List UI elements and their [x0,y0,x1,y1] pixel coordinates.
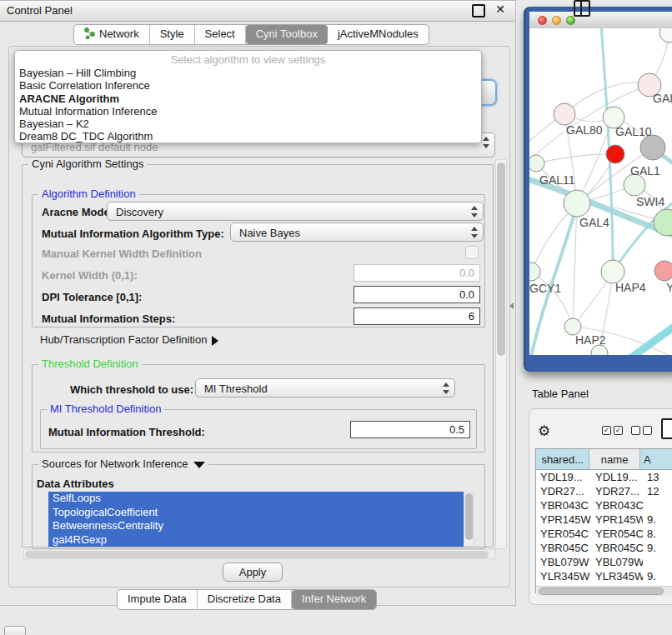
bottom-left-partial-button[interactable] [4,626,26,635]
attribute-item-selected[interactable]: BetweennessCentrality [48,519,464,533]
mi-threshold-label: Mutual Information Threshold: [48,426,205,438]
tab-infer-network[interactable]: Infer Network [292,590,376,609]
float-window-icon[interactable] [472,4,485,18]
attribute-list-scrollbar-thumb[interactable] [465,493,473,540]
stepper-arrows-icon [443,382,450,394]
tab-style-label: Style [160,28,184,40]
select-all-checkbox-icon[interactable]: ✓ [602,426,611,435]
attribute-item-selected[interactable]: gal4RGexp [48,533,464,548]
which-threshold-combobox[interactable]: MI Threshold [195,378,455,398]
tab-select[interactable]: Select [195,25,246,44]
tab-discretize-data-label: Discretize Data [208,592,281,605]
graph-edge[interactable] [536,154,615,163]
table-row[interactable]: YDL19...YDL19...13 [536,470,672,484]
attribute-item-selected[interactable]: TopologicalCoefficient [48,506,464,520]
deselect-all-checkbox-icon[interactable] [643,426,652,435]
tab-jactivemnodules[interactable]: jActiveMNodules [328,25,429,44]
cell-name: YPR145W [591,512,643,527]
hub-definition-expander[interactable]: Hub/Transcription Factor Definition [40,333,218,346]
tab-style[interactable]: Style [150,25,195,44]
graph-node[interactable] [564,318,581,335]
graph-node[interactable] [606,145,624,163]
algorithm-option[interactable]: Mutual Information Inference [15,105,481,118]
network-canvas[interactable]: GAL7GAL80GAL10GAL1GAL11GAL4SWI4GCY1HAP4Y… [529,28,672,355]
table-row[interactable]: YPR145WYPR145W9. [536,512,672,527]
settings-vertical-scrollbar-thumb[interactable] [497,162,505,356]
deselect-all-checkbox-icon[interactable] [631,426,640,435]
table-horizontal-scrollbar-thumb[interactable] [539,588,664,595]
cell-name: YLR345W [591,569,643,583]
which-threshold-value: MI Threshold [204,382,268,395]
graph-node-label: GAL11 [539,173,575,187]
graph-node[interactable] [659,28,672,42]
graph-node[interactable] [654,261,672,281]
graph-node-label: GAL1 [630,164,660,178]
dpi-tolerance-field[interactable]: 0.0 [354,286,480,303]
settings-horizontal-scrollbar-thumb[interactable] [25,551,489,558]
kernel-width-field[interactable]: 0.0 [354,264,480,282]
tab-discretize-data[interactable]: Discretize Data [198,590,292,609]
graph-edge[interactable] [628,322,672,355]
graph-node[interactable] [529,155,544,172]
cell-shared-name: YBR043C [536,498,591,512]
algorithm-option[interactable]: Basic Correlation Inference [15,79,481,92]
tab-network[interactable]: Network [74,25,150,44]
cell-shared-name: YDR27... [536,484,591,498]
panel-splitter-arrow-icon[interactable] [509,302,514,309]
sources-title[interactable]: Sources for Network Inference [38,458,208,470]
algorithm-popup-placeholder: Select algorithm to view settings [15,53,481,67]
table-row[interactable]: YBR043CYBR043C [536,498,672,512]
graph-node[interactable] [601,260,624,283]
mi-steps-field[interactable]: 6 [354,308,480,325]
network-window-titlebar[interactable] [529,12,672,29]
split-columns-icon[interactable] [574,0,590,17]
cell-name: YDR27... [591,484,643,498]
aracne-mode-value: Discovery [116,206,163,218]
column-header-name[interactable]: name [589,449,639,469]
apply-button[interactable]: Apply [223,562,283,582]
data-attributes-list[interactable]: SelfLoops TopologicalCoefficient Between… [48,492,464,547]
column-header-shared-name[interactable]: shared... [536,449,589,469]
cell-value: 9. [643,541,672,555]
zoom-traffic-light-icon[interactable] [566,16,575,25]
graph-node[interactable] [640,135,665,160]
close-icon[interactable]: ✕ [495,2,505,16]
table-row[interactable]: YBL079WYBL079W [536,555,672,569]
gear-icon[interactable]: ⚙ [538,422,550,440]
select-all-checkbox-icon[interactable]: ✓ [614,426,623,435]
column-header-partial[interactable]: A [640,449,672,469]
cell-shared-name: YBR045C [536,541,591,555]
algorithm-option[interactable]: Bayesian – K2 [15,118,481,130]
graph-node[interactable] [529,262,540,281]
table-row[interactable]: YLR345WYLR345W9. [536,569,672,583]
algorithm-option[interactable]: Bayesian – Hill Climbing [15,67,481,79]
sources-title-label: Sources for Network Inference [42,458,188,470]
graph-node[interactable] [554,103,575,125]
graph-node[interactable] [564,190,590,217]
graph-node-label: Y [666,281,672,294]
tab-select-label: Select [205,28,235,40]
graph-node-label: GAL10 [615,125,652,138]
algorithm-option[interactable]: Dream8 DC_TDC Algorithm [15,130,481,142]
attribute-item-selected[interactable]: SelfLoops [48,492,464,506]
mi-steps-label: Mutual Information Steps: [42,312,175,325]
export-table-icon[interactable] [661,418,672,439]
node-table[interactable]: shared... name A YDL19...YDL19...13 YDR2… [535,448,672,593]
table-row[interactable]: YDR27...YDR27...12 [536,484,672,498]
network-icon [84,28,95,39]
mi-algorithm-type-combobox[interactable]: Naive Bayes [230,222,484,242]
table-row[interactable]: YBR045CYBR045C9. [536,541,672,555]
aracne-mode-combobox[interactable]: Discovery [107,202,484,221]
tab-cyni-toolbox[interactable]: Cyni Toolbox [246,25,328,44]
table-header-row: shared... name A [536,449,672,470]
kernel-width-label: Kernel Width (0,1): [42,269,138,282]
minimize-traffic-light-icon[interactable] [552,16,561,25]
manual-kernel-width-checkbox[interactable] [465,246,479,259]
close-traffic-light-icon[interactable] [538,16,547,25]
tab-cyni-toolbox-label: Cyni Toolbox [256,28,318,40]
algorithm-option-selected[interactable]: ARACNE Algorithm [15,92,481,105]
tab-impute-data[interactable]: Impute Data [118,590,198,609]
algorithm-definition-title: Algorithm Definition [38,188,139,200]
table-row[interactable]: YER054CYER054C8. [536,527,672,541]
mi-threshold-field[interactable]: 0.5 [350,421,470,438]
